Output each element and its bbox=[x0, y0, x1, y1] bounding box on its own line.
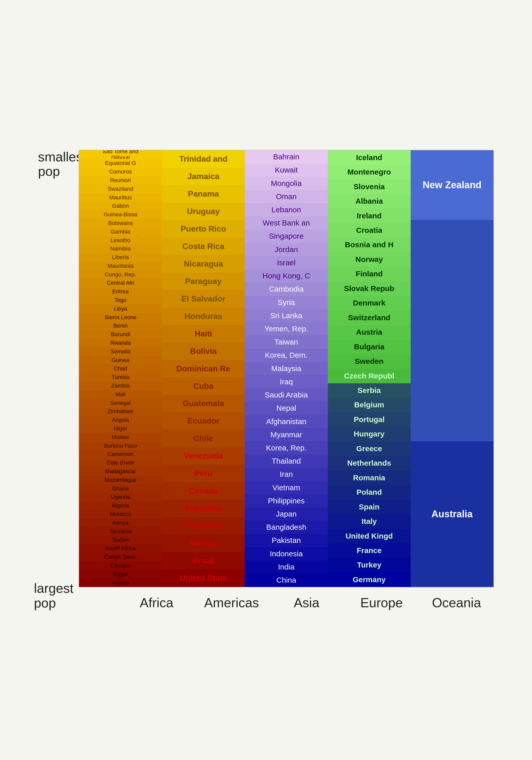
list-item: Tanzania bbox=[79, 527, 162, 536]
list-item: Congo, Rep. bbox=[79, 270, 162, 279]
list-item: Turkey bbox=[328, 558, 411, 572]
list-item: Oman bbox=[245, 190, 327, 203]
list-item: Bulgaria bbox=[328, 340, 411, 354]
list-item: Cuba bbox=[162, 377, 245, 395]
list-item: Kenya bbox=[79, 519, 162, 527]
list-item: Cote d'Ivoir bbox=[79, 458, 162, 467]
list-item: Burkina Faso bbox=[79, 441, 162, 450]
list-item: Burundi bbox=[79, 330, 162, 339]
list-item: Niger bbox=[79, 424, 162, 433]
list-item: Czech Republ bbox=[328, 369, 411, 383]
list-item: Vietnam bbox=[245, 481, 327, 494]
list-item: Bolivia bbox=[162, 343, 245, 360]
footer-africa: Africa bbox=[119, 593, 194, 610]
list-item: Ethiopia bbox=[79, 561, 162, 570]
list-item: Slovenia bbox=[328, 179, 411, 194]
list-item: Romania bbox=[328, 470, 411, 485]
column-americas: Trinidad andJamaicaPanamaUruguayPuerto R… bbox=[162, 150, 245, 587]
list-item: Ecuador bbox=[162, 412, 245, 430]
list-item: Germany bbox=[328, 572, 411, 587]
list-item: Thailand bbox=[245, 454, 327, 468]
list-item: Haiti bbox=[162, 325, 245, 343]
list-item: Ghana bbox=[79, 484, 162, 493]
list-item: Tunisia bbox=[79, 373, 162, 382]
list-item: Iran bbox=[245, 468, 327, 481]
list-item: Austria bbox=[328, 325, 411, 340]
list-item: Libya bbox=[79, 305, 162, 313]
list-item: Chile bbox=[162, 430, 245, 447]
list-item: Afghanistan bbox=[245, 415, 327, 428]
list-item: Trinidad and bbox=[162, 150, 245, 168]
list-item: Zimbabwe bbox=[79, 407, 162, 416]
list-item: Costa Rica bbox=[162, 238, 245, 255]
list-item: Madagascar bbox=[79, 467, 162, 476]
list-item: Korea, Rep. bbox=[245, 441, 327, 454]
list-item: Denmark bbox=[328, 296, 411, 310]
footer-asia: Asia bbox=[269, 593, 344, 610]
list-item: Paraguay bbox=[162, 272, 245, 290]
list-item: Indonesia bbox=[245, 547, 327, 560]
list-item: Iraq bbox=[245, 375, 327, 388]
list-item: Italy bbox=[328, 514, 411, 529]
list-item: Puerto Rico bbox=[162, 220, 245, 238]
list-item: Bosnia and H bbox=[328, 238, 411, 252]
chart-wrapper: smallestpop largestpop Sao Tome and Djib… bbox=[38, 150, 494, 610]
list-item: Spain bbox=[328, 499, 411, 514]
list-item: Kuwait bbox=[245, 164, 327, 177]
list-item: Taiwan bbox=[245, 335, 327, 349]
list-item: Eritrea bbox=[79, 287, 162, 296]
list-item: Slovak Repub bbox=[328, 281, 411, 296]
list-item: South Africa bbox=[79, 544, 162, 553]
list-item: Belgium bbox=[328, 398, 411, 412]
list-item: Somalia bbox=[79, 347, 162, 356]
column-africa: Sao Tome and DjiboutiEquatorial GComoros… bbox=[79, 150, 162, 587]
list-item: Panama bbox=[162, 185, 245, 203]
footer-oceania: Oceania bbox=[419, 593, 494, 610]
list-item: United Kingd bbox=[328, 529, 411, 543]
list-item: Yemen, Rep. bbox=[245, 322, 327, 335]
list-item: Syria bbox=[245, 296, 327, 309]
list-item: El Salvador bbox=[162, 290, 245, 308]
list-item: Uganda bbox=[79, 493, 162, 501]
list-item: Mongolia bbox=[245, 177, 327, 190]
oceania-gap bbox=[411, 220, 494, 441]
list-item: Mauritius bbox=[79, 193, 162, 202]
list-item: Congo, Dem. bbox=[79, 553, 162, 561]
list-item: Albania bbox=[328, 194, 411, 209]
chart-container: Sao Tome and DjiboutiEquatorial GComoros… bbox=[78, 150, 494, 610]
list-item: Greece bbox=[328, 441, 411, 456]
list-item: Iceland bbox=[328, 150, 411, 165]
list-item: Angola bbox=[79, 416, 162, 424]
list-item: Serbia bbox=[328, 383, 411, 398]
list-item: Peru bbox=[162, 465, 245, 482]
list-item: Sierra Leone bbox=[79, 313, 162, 321]
list-item: Guinea bbox=[79, 356, 162, 364]
list-item: Bangladesh bbox=[245, 521, 327, 534]
list-item: Egypt bbox=[79, 570, 162, 578]
list-item: Brazil bbox=[162, 552, 245, 569]
side-labels: smallestpop largestpop bbox=[38, 150, 78, 610]
list-item: Jordan bbox=[245, 243, 327, 256]
list-item: Senegal bbox=[79, 399, 162, 407]
list-item: Rwanda bbox=[79, 339, 162, 347]
list-item: Hong Kong, C bbox=[245, 269, 327, 282]
list-item: Algeria bbox=[79, 501, 162, 510]
list-item: Mexico bbox=[162, 535, 245, 552]
list-item: Dominican Re bbox=[162, 360, 245, 377]
list-item: Swaziland bbox=[79, 184, 162, 193]
list-item: Benin bbox=[79, 321, 162, 330]
list-item: Japan bbox=[245, 507, 327, 521]
list-item: Botswana bbox=[79, 219, 162, 227]
list-item: Netherlands bbox=[328, 456, 411, 470]
list-item: Reunion bbox=[79, 176, 162, 185]
list-item: Israel bbox=[245, 256, 327, 269]
list-item: Central Afri bbox=[79, 279, 162, 287]
footer-europe: Europe bbox=[344, 593, 419, 610]
list-item: Nigeria bbox=[79, 578, 162, 587]
largest-pop-label: largestpop bbox=[34, 581, 73, 610]
list-item: Liberia bbox=[79, 253, 162, 262]
list-item: Namibia bbox=[79, 245, 162, 253]
list-item: Canada bbox=[162, 482, 245, 499]
list-item: Sweden bbox=[328, 354, 411, 369]
list-item: Jamaica bbox=[162, 168, 245, 185]
